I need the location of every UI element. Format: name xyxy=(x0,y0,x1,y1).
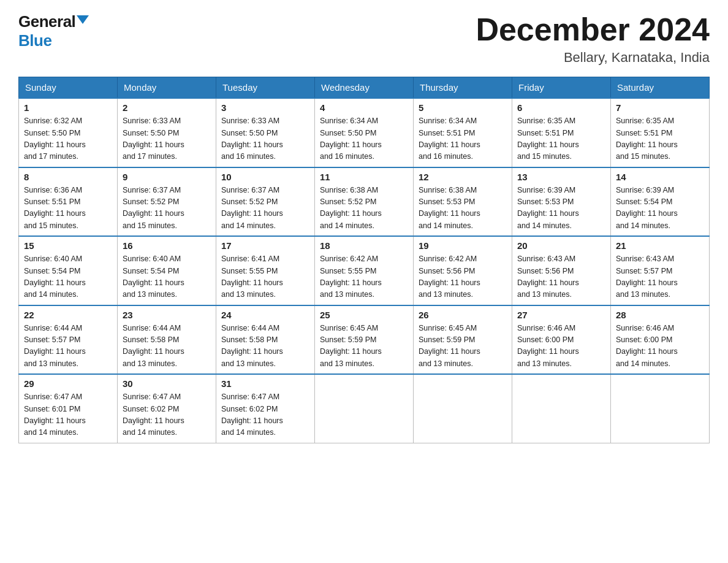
col-monday: Monday xyxy=(118,77,216,99)
day-number: 1 xyxy=(24,102,112,113)
day-number: 5 xyxy=(419,102,507,113)
page-header: General Blue December 2024 Bellary, Karn… xyxy=(18,12,710,66)
day-number: 30 xyxy=(123,378,211,389)
day-number: 7 xyxy=(616,102,704,113)
day-info: Sunrise: 6:33 AMSunset: 5:50 PMDaylight:… xyxy=(123,115,211,163)
day-info: Sunrise: 6:35 AMSunset: 5:51 PMDaylight:… xyxy=(517,115,605,163)
calendar-week-row: 8 Sunrise: 6:36 AMSunset: 5:51 PMDayligh… xyxy=(19,167,710,237)
day-number: 10 xyxy=(221,172,309,182)
day-number: 11 xyxy=(320,172,408,182)
col-friday: Friday xyxy=(512,77,611,99)
table-row: 24 Sunrise: 6:44 AMSunset: 5:58 PMDaylig… xyxy=(216,305,315,375)
calendar-table: Sunday Monday Tuesday Wednesday Thursday… xyxy=(18,77,710,443)
day-info: Sunrise: 6:47 AMSunset: 6:02 PMDaylight:… xyxy=(221,391,309,439)
table-row: 13 Sunrise: 6:39 AMSunset: 5:53 PMDaylig… xyxy=(512,167,611,237)
day-info: Sunrise: 6:38 AMSunset: 5:53 PMDaylight:… xyxy=(419,185,507,232)
day-number: 17 xyxy=(221,240,309,251)
day-info: Sunrise: 6:34 AMSunset: 5:50 PMDaylight:… xyxy=(320,115,408,163)
col-thursday: Thursday xyxy=(414,77,512,99)
table-row xyxy=(611,374,710,443)
table-row: 31 Sunrise: 6:47 AMSunset: 6:02 PMDaylig… xyxy=(216,374,315,443)
day-number: 3 xyxy=(221,102,309,113)
col-sunday: Sunday xyxy=(19,77,118,99)
day-number: 9 xyxy=(123,172,211,182)
day-number: 21 xyxy=(616,240,704,251)
table-row xyxy=(512,374,611,443)
title-block: December 2024 Bellary, Karnataka, India xyxy=(476,12,710,66)
day-number: 15 xyxy=(24,240,112,251)
day-info: Sunrise: 6:33 AMSunset: 5:50 PMDaylight:… xyxy=(221,115,309,163)
table-row: 15 Sunrise: 6:40 AMSunset: 5:54 PMDaylig… xyxy=(19,236,118,305)
day-number: 6 xyxy=(517,102,605,113)
table-row: 11 Sunrise: 6:38 AMSunset: 5:52 PMDaylig… xyxy=(315,167,414,237)
table-row: 12 Sunrise: 6:38 AMSunset: 5:53 PMDaylig… xyxy=(414,167,512,237)
day-number: 8 xyxy=(24,172,112,182)
day-number: 27 xyxy=(517,310,605,320)
day-number: 16 xyxy=(123,240,211,251)
table-row: 10 Sunrise: 6:37 AMSunset: 5:52 PMDaylig… xyxy=(216,167,315,237)
table-row xyxy=(315,374,414,443)
table-row: 26 Sunrise: 6:45 AMSunset: 5:59 PMDaylig… xyxy=(414,305,512,375)
table-row: 18 Sunrise: 6:42 AMSunset: 5:55 PMDaylig… xyxy=(315,236,414,305)
day-number: 31 xyxy=(221,378,309,389)
day-number: 2 xyxy=(123,102,211,113)
day-info: Sunrise: 6:45 AMSunset: 5:59 PMDaylight:… xyxy=(320,323,408,370)
table-row: 29 Sunrise: 6:47 AMSunset: 6:01 PMDaylig… xyxy=(19,374,118,443)
day-info: Sunrise: 6:45 AMSunset: 5:59 PMDaylight:… xyxy=(419,323,507,370)
day-number: 22 xyxy=(24,310,112,320)
table-row: 5 Sunrise: 6:34 AMSunset: 5:51 PMDayligh… xyxy=(414,98,512,167)
calendar-week-row: 1 Sunrise: 6:32 AMSunset: 5:50 PMDayligh… xyxy=(19,98,710,167)
table-row: 19 Sunrise: 6:42 AMSunset: 5:56 PMDaylig… xyxy=(414,236,512,305)
day-number: 19 xyxy=(419,240,507,251)
logo-triangle-icon xyxy=(77,15,89,24)
table-row: 20 Sunrise: 6:43 AMSunset: 5:56 PMDaylig… xyxy=(512,236,611,305)
calendar-week-row: 22 Sunrise: 6:44 AMSunset: 5:57 PMDaylig… xyxy=(19,305,710,375)
calendar-location: Bellary, Karnataka, India xyxy=(476,50,710,66)
table-row: 27 Sunrise: 6:46 AMSunset: 6:00 PMDaylig… xyxy=(512,305,611,375)
table-row: 22 Sunrise: 6:44 AMSunset: 5:57 PMDaylig… xyxy=(19,305,118,375)
day-number: 29 xyxy=(24,378,112,389)
table-row xyxy=(414,374,512,443)
table-row: 21 Sunrise: 6:43 AMSunset: 5:57 PMDaylig… xyxy=(611,236,710,305)
col-saturday: Saturday xyxy=(611,77,710,99)
day-info: Sunrise: 6:37 AMSunset: 5:52 PMDaylight:… xyxy=(221,185,309,232)
day-info: Sunrise: 6:40 AMSunset: 5:54 PMDaylight:… xyxy=(24,253,112,301)
calendar-week-row: 15 Sunrise: 6:40 AMSunset: 5:54 PMDaylig… xyxy=(19,236,710,305)
table-row: 23 Sunrise: 6:44 AMSunset: 5:58 PMDaylig… xyxy=(118,305,216,375)
day-number: 20 xyxy=(517,240,605,251)
table-row: 30 Sunrise: 6:47 AMSunset: 6:02 PMDaylig… xyxy=(118,374,216,443)
day-number: 25 xyxy=(320,310,408,320)
table-row: 8 Sunrise: 6:36 AMSunset: 5:51 PMDayligh… xyxy=(19,167,118,237)
logo: General Blue xyxy=(18,12,89,50)
table-row: 25 Sunrise: 6:45 AMSunset: 5:59 PMDaylig… xyxy=(315,305,414,375)
table-row: 6 Sunrise: 6:35 AMSunset: 5:51 PMDayligh… xyxy=(512,98,611,167)
day-info: Sunrise: 6:43 AMSunset: 5:57 PMDaylight:… xyxy=(616,253,704,301)
day-number: 28 xyxy=(616,310,704,320)
day-number: 12 xyxy=(419,172,507,182)
day-info: Sunrise: 6:46 AMSunset: 6:00 PMDaylight:… xyxy=(517,323,605,370)
table-row: 9 Sunrise: 6:37 AMSunset: 5:52 PMDayligh… xyxy=(118,167,216,237)
day-number: 26 xyxy=(419,310,507,320)
day-info: Sunrise: 6:39 AMSunset: 5:54 PMDaylight:… xyxy=(616,185,704,232)
day-info: Sunrise: 6:44 AMSunset: 5:58 PMDaylight:… xyxy=(123,323,211,370)
day-info: Sunrise: 6:38 AMSunset: 5:52 PMDaylight:… xyxy=(320,185,408,232)
day-info: Sunrise: 6:42 AMSunset: 5:56 PMDaylight:… xyxy=(419,253,507,301)
table-row: 16 Sunrise: 6:40 AMSunset: 5:54 PMDaylig… xyxy=(118,236,216,305)
day-info: Sunrise: 6:34 AMSunset: 5:51 PMDaylight:… xyxy=(419,115,507,163)
table-row: 3 Sunrise: 6:33 AMSunset: 5:50 PMDayligh… xyxy=(216,98,315,167)
day-info: Sunrise: 6:44 AMSunset: 5:58 PMDaylight:… xyxy=(221,323,309,370)
table-row: 7 Sunrise: 6:35 AMSunset: 5:51 PMDayligh… xyxy=(611,98,710,167)
calendar-title: December 2024 xyxy=(476,12,710,47)
day-info: Sunrise: 6:42 AMSunset: 5:55 PMDaylight:… xyxy=(320,253,408,301)
day-info: Sunrise: 6:35 AMSunset: 5:51 PMDaylight:… xyxy=(616,115,704,163)
day-info: Sunrise: 6:44 AMSunset: 5:57 PMDaylight:… xyxy=(24,323,112,370)
day-info: Sunrise: 6:47 AMSunset: 6:02 PMDaylight:… xyxy=(123,391,211,439)
logo-general-text: General xyxy=(18,12,75,31)
table-row: 1 Sunrise: 6:32 AMSunset: 5:50 PMDayligh… xyxy=(19,98,118,167)
col-tuesday: Tuesday xyxy=(216,77,315,99)
day-info: Sunrise: 6:37 AMSunset: 5:52 PMDaylight:… xyxy=(123,185,211,232)
calendar-week-row: 29 Sunrise: 6:47 AMSunset: 6:01 PMDaylig… xyxy=(19,374,710,443)
day-number: 23 xyxy=(123,310,211,320)
day-info: Sunrise: 6:43 AMSunset: 5:56 PMDaylight:… xyxy=(517,253,605,301)
table-row: 2 Sunrise: 6:33 AMSunset: 5:50 PMDayligh… xyxy=(118,98,216,167)
